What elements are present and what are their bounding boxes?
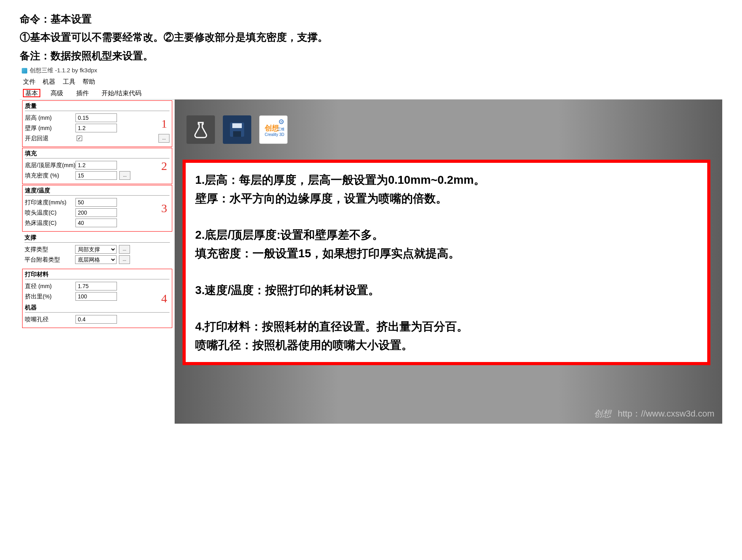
svg-text:R: R	[281, 121, 282, 123]
speedtemp-title: 速度/温度	[25, 187, 169, 196]
quality-title: 质量	[25, 102, 169, 111]
layer-height-label: 层高 (mm)	[25, 114, 75, 122]
topbot-label: 底层/顶层厚度(mm)	[25, 162, 75, 169]
section-fill: 填充 底层/顶层厚度(mm) 填充密度 (%) ... 2	[22, 148, 172, 184]
layer-height-input[interactable]	[75, 113, 117, 122]
heading-line2: ①基本设置可以不需要经常改。②主要修改部分是填充密度，支撑。	[20, 30, 722, 44]
nozzle-temp-label: 喷头温度(C)	[25, 209, 75, 217]
density-input[interactable]	[75, 171, 117, 180]
save-icon	[228, 120, 247, 139]
wall-thickness-input[interactable]	[75, 124, 117, 132]
print-speed-label: 打印速度(mm/s)	[25, 199, 75, 206]
app-title-bar: 创想三维 -1.1.2 by fk3dpx	[22, 67, 722, 74]
wall-thickness-label: 壁厚 (mm)	[25, 124, 75, 132]
info-line-4a: 4.打印材料：按照耗材的直径设置。挤出量为百分百。	[195, 317, 698, 336]
creality-logo-icon: R创想三维Creality 3D	[262, 119, 284, 141]
fill-title: 填充	[25, 150, 169, 158]
diameter-input[interactable]	[75, 282, 117, 290]
section-support: 支撑 支撑类型 局部支撑 ... 平台附着类型 底层网格 ...	[22, 232, 172, 268]
density-label: 填充密度 (%)	[25, 172, 75, 179]
tab-plugins[interactable]: 插件	[74, 89, 91, 97]
machine-title: 机器	[25, 304, 169, 313]
badge-4: 4	[161, 292, 167, 305]
svg-rect-2	[233, 131, 241, 137]
viewport-toolbar: R创想三维Creality 3D	[175, 100, 722, 152]
nozzle-dia-label: 喷嘴孔径	[25, 316, 75, 323]
watermark-logo-icon: 创想	[594, 409, 611, 419]
platform-type-select[interactable]: 底层网格	[75, 255, 117, 264]
bed-temp-label: 热床温度(C)	[25, 219, 75, 227]
support-type-label: 支撑类型	[24, 246, 75, 253]
tab-gcode[interactable]: 开始/结束代码	[99, 89, 143, 97]
nozzle-dia-input[interactable]	[75, 315, 117, 324]
nozzle-temp-input[interactable]	[75, 208, 117, 217]
tab-bar: 基本 高级 插件 开始/结束代码	[20, 88, 722, 100]
menu-tool[interactable]: 工具	[63, 78, 75, 85]
app-icon	[22, 68, 27, 74]
support-type-more-button[interactable]: ...	[119, 245, 130, 254]
info-line-2a: 2.底层/顶层厚度:设置和壁厚差不多。	[195, 226, 698, 244]
flow-input[interactable]	[75, 292, 117, 301]
material-title: 打印材料	[25, 271, 169, 279]
watermark-url: http：//www.cxsw3d.com	[618, 409, 714, 419]
platform-type-label: 平台附着类型	[24, 256, 75, 264]
svg-text:Creality 3D: Creality 3D	[265, 132, 284, 137]
svg-text:三维: 三维	[277, 127, 284, 131]
info-box: 1.层高：每层的厚度，层高一般设置为0.10mm~0.2mm。 壁厚：水平方向的…	[183, 160, 710, 365]
viewport: R创想三维Creality 3D 1.层高：每层的厚度，层高一般设置为0.10m…	[175, 100, 722, 424]
info-line-3: 3.速度/温度：按照打印的耗材设置。	[195, 281, 698, 299]
menu-file[interactable]: 文件	[23, 78, 36, 85]
heading-line3: 备注：数据按照机型来设置。	[20, 49, 722, 63]
svg-rect-1	[232, 123, 242, 128]
info-line-4b: 喷嘴孔径：按照机器使用的喷嘴大小设置。	[195, 336, 698, 354]
support-title: 支撑	[24, 234, 170, 243]
app-title: 创想三维 -1.1.2 by fk3dpx	[30, 67, 97, 74]
tab-basic[interactable]: 基本	[23, 89, 40, 97]
section-quality: 质量 层高 (mm) 壁厚 (mm) 开启回退 ✓ ... 1	[22, 100, 172, 147]
save-button[interactable]	[223, 115, 251, 144]
print-speed-input[interactable]	[75, 198, 117, 207]
badge-1: 1	[161, 117, 167, 130]
svg-text:创想: 创想	[264, 124, 279, 132]
settings-panel: 质量 层高 (mm) 壁厚 (mm) 开启回退 ✓ ... 1	[20, 100, 175, 424]
badge-3: 3	[161, 202, 167, 215]
section-speedtemp: 速度/温度 打印速度(mm/s) 喷头温度(C) 热床温度(C) 3	[22, 185, 172, 232]
menubar: 文件 机器 工具 帮助	[20, 76, 722, 88]
retraction-more-button[interactable]: ...	[158, 134, 169, 143]
bed-temp-input[interactable]	[75, 219, 117, 227]
platform-type-more-button[interactable]: ...	[119, 255, 130, 264]
flow-label: 挤出里(%)	[25, 293, 75, 300]
badge-2: 2	[161, 159, 167, 173]
info-line-1a: 1.层高：每层的厚度，层高一般设置为0.10mm~0.2mm。	[195, 171, 698, 189]
flask-icon	[191, 120, 210, 139]
support-type-select[interactable]: 局部支撑	[75, 245, 117, 254]
heading-line1: 命令：基本设置	[20, 12, 722, 26]
info-line-2b: 填充密度：一般设置15，如果想打印厚实点就提高。	[195, 244, 698, 262]
load-model-button[interactable]	[186, 115, 215, 144]
tab-advanced[interactable]: 高级	[48, 89, 66, 97]
watermark: 创想 http：//www.cxsw3d.com	[594, 408, 714, 420]
retraction-label: 开启回退	[25, 135, 75, 142]
section-material-machine: 打印材料 直径 (mm) 挤出里(%) 机器 喷嘴孔径 4	[22, 269, 172, 328]
diameter-label: 直径 (mm)	[25, 283, 75, 290]
menu-machine[interactable]: 机器	[43, 78, 55, 85]
topbot-input[interactable]	[75, 161, 117, 170]
retraction-checkbox[interactable]: ✓	[77, 136, 82, 141]
creality-logo-button[interactable]: R创想三维Creality 3D	[259, 115, 288, 144]
info-line-1b: 壁厚：水平方向的边缘厚度，设置为喷嘴的倍数。	[195, 189, 698, 207]
menu-help[interactable]: 帮助	[83, 78, 95, 85]
density-more-button[interactable]: ...	[119, 171, 130, 180]
